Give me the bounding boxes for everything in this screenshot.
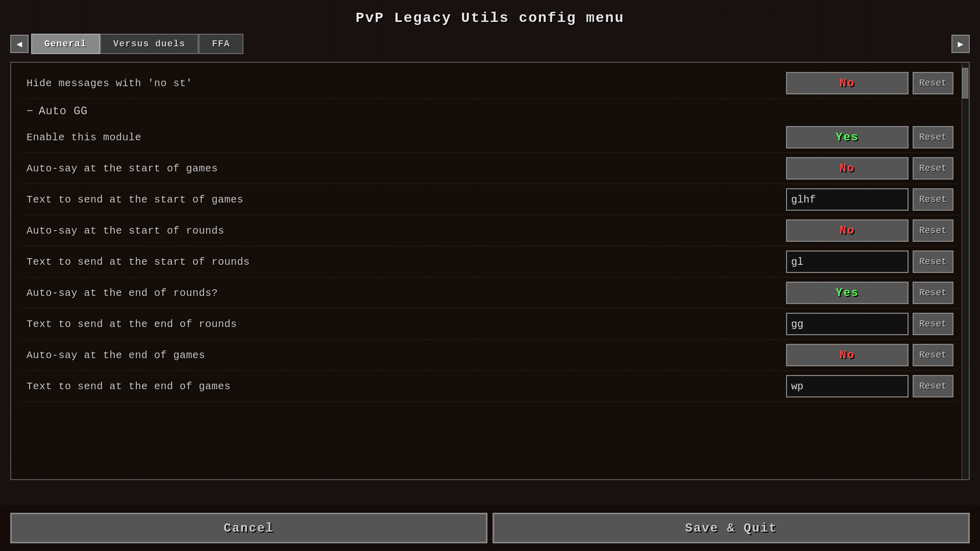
toggle-autosay-start-games[interactable]: No [786, 157, 909, 180]
section-auto-gg-label: Auto GG [39, 105, 88, 118]
controls-enable-module: Yes Reset [786, 126, 953, 148]
scrollable-content[interactable]: Hide messages with 'no st' No Reset − Au… [11, 63, 969, 479]
row-autosay-start-rounds: Auto-say at the start of rounds No Reset [21, 215, 959, 246]
reset-autosay-start-rounds[interactable]: Reset [913, 219, 953, 242]
section-auto-gg: − Auto GG [21, 99, 959, 122]
row-autosay-end-rounds: Auto-say at the end of rounds? Yes Reset [21, 278, 959, 309]
save-quit-button[interactable]: Save & Quit [493, 513, 970, 543]
row-hide-messages: Hide messages with 'no st' No Reset [21, 68, 959, 99]
reset-text-start-rounds[interactable]: Reset [913, 251, 953, 273]
row-text-start-rounds: Text to send at the start of rounds Rese… [21, 246, 959, 278]
controls-text-start-games: Reset [786, 188, 953, 211]
tab-arrow-right[interactable]: ▶ [951, 35, 970, 53]
bottom-bar: Cancel Save & Quit [0, 505, 980, 551]
reset-autosay-end-rounds[interactable]: Reset [913, 282, 953, 304]
controls-autosay-start-rounds: No Reset [786, 219, 953, 242]
row-text-end-rounds: Text to send at the end of rounds Reset [21, 309, 959, 340]
tab-arrow-left[interactable]: ◀ [10, 35, 29, 53]
controls-text-start-rounds: Reset [786, 251, 953, 273]
controls-autosay-start-games: No Reset [786, 157, 953, 180]
input-text-start-rounds[interactable] [786, 251, 909, 273]
label-text-start-games: Text to send at the start of games [27, 194, 786, 206]
toggle-autosay-end-games[interactable]: No [786, 344, 909, 366]
row-autosay-end-games: Auto-say at the end of games No Reset [21, 340, 959, 371]
label-enable-module: Enable this module [27, 132, 786, 143]
row-enable-module: Enable this module Yes Reset [21, 122, 959, 153]
reset-autosay-start-games[interactable]: Reset [913, 157, 953, 180]
reset-text-end-rounds[interactable]: Reset [913, 313, 953, 335]
label-autosay-end-rounds: Auto-say at the end of rounds? [27, 287, 786, 299]
row-text-end-games: Text to send at the end of games Reset [21, 371, 959, 402]
toggle-hide-messages[interactable]: No [786, 72, 909, 94]
label-text-end-rounds: Text to send at the end of rounds [27, 318, 786, 330]
controls-autosay-end-games: No Reset [786, 344, 953, 366]
label-autosay-start-rounds: Auto-say at the start of rounds [27, 225, 786, 237]
controls-autosay-end-rounds: Yes Reset [786, 282, 953, 304]
tab-ffa[interactable]: FFA [199, 34, 243, 54]
controls-text-end-games: Reset [786, 375, 953, 397]
row-autosay-start-games: Auto-say at the start of games No Reset [21, 153, 959, 184]
input-text-end-rounds[interactable] [786, 313, 909, 335]
scrollbar-thumb[interactable] [962, 68, 968, 98]
reset-enable-module[interactable]: Reset [913, 126, 953, 148]
label-hide-messages: Hide messages with 'no st' [27, 78, 786, 89]
content-area: Hide messages with 'no st' No Reset − Au… [10, 62, 970, 480]
reset-autosay-end-games[interactable]: Reset [913, 344, 953, 366]
row-text-start-games: Text to send at the start of games Reset [21, 184, 959, 215]
reset-text-start-games[interactable]: Reset [913, 188, 953, 211]
cancel-button[interactable]: Cancel [10, 513, 487, 543]
label-autosay-start-games: Auto-say at the start of games [27, 163, 786, 174]
toggle-autosay-end-rounds[interactable]: Yes [786, 282, 909, 304]
label-autosay-end-games: Auto-say at the end of games [27, 349, 786, 361]
input-text-start-games[interactable] [786, 188, 909, 211]
controls-hide-messages: No Reset [786, 72, 953, 94]
label-text-end-games: Text to send at the end of games [27, 381, 786, 392]
input-text-end-games[interactable] [786, 375, 909, 397]
toggle-autosay-start-rounds[interactable]: No [786, 219, 909, 242]
tabs-bar: ◀ General Versus duels FFA ▶ [0, 34, 980, 54]
label-text-start-rounds: Text to send at the start of rounds [27, 256, 786, 268]
tab-versus-duels[interactable]: Versus duels [100, 34, 199, 54]
section-collapse-icon[interactable]: − [27, 105, 34, 118]
toggle-enable-module[interactable]: Yes [786, 126, 909, 148]
page-title: PvP Legacy Utils config menu [0, 0, 980, 34]
reset-text-end-games[interactable]: Reset [913, 375, 953, 397]
reset-hide-messages[interactable]: Reset [913, 72, 953, 94]
scrollbar-track [962, 63, 969, 479]
tab-general[interactable]: General [31, 34, 100, 54]
controls-text-end-rounds: Reset [786, 313, 953, 335]
